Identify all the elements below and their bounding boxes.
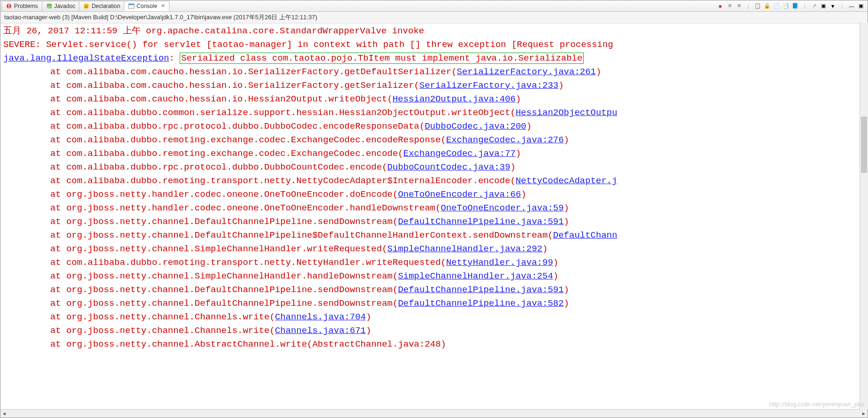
svg-text:D: D [85,5,88,9]
stack-trace-line: at com.alibaba.dubbo.rpc.protocol.dubbo.… [3,161,865,174]
source-link[interactable]: Channels.java:704 [275,312,366,322]
stack-trace-line: at com.alibaba.dubbo.remoting.exchange.c… [3,147,865,161]
tab-javadoc[interactable]: @ Javadoc [42,1,80,11]
horizontal-scrollbar[interactable]: ◄ ► [0,409,868,418]
scrollbar-thumb[interactable] [861,116,867,173]
process-description: taotao-manager-web (3) [Maven Build] D:\… [0,12,868,23]
source-link[interactable]: DefaultChannelPipeline.java:591 [398,217,563,227]
source-link[interactable]: SerializerFactory.java:261 [457,67,596,77]
source-link[interactable]: Hessian2ObjectOutpu [516,108,617,118]
remove-all-icon[interactable]: ✖ [735,2,743,10]
source-link[interactable]: DubboCountCodec.java:39 [387,162,510,172]
stack-trace-line: at com.alibaba.dubbo.remoting.transport.… [3,256,865,270]
stack-trace-line: at org.jboss.netty.channel.Channels.writ… [3,310,865,324]
source-link[interactable]: NettyCodecAdapter.j [516,176,617,186]
source-link[interactable]: Channels.java:671 [275,325,366,336]
remove-launch-icon[interactable]: ✖ [726,2,733,10]
source-link[interactable]: DefaultChann [553,230,617,240]
svg-rect-1 [8,4,9,7]
stack-trace-line: at com.alibaba.com.caucho.hessian.io.Hes… [3,93,865,106]
source-link[interactable]: SimpleChannelHandler.java:292 [387,244,542,254]
source-link[interactable]: NettyHandler.java:99 [446,257,553,268]
new-console-view-icon[interactable]: ▣ [820,2,827,10]
separator: | [801,2,808,10]
maximize-icon[interactable]: ▣ [857,2,865,10]
watermark-text: http://blog.csdn.net/yerenyuan_pku [769,401,864,408]
source-link[interactable]: SerializerFactory.java:233 [419,80,558,91]
javadoc-icon: @ [46,3,53,9]
vertical-scrollbar[interactable] [860,23,868,410]
declaration-icon: D [83,3,90,9]
source-link[interactable]: DefaultChannelPipeline.java:591 [398,285,563,295]
scroll-left-icon[interactable]: ◄ [0,411,8,416]
console-toolbar: ■ ✖ ✖ | 📋 🔒 📄 📑 📘 | ↗ ▣ ▼ | — ▣ [716,2,868,10]
svg-rect-2 [8,7,9,8]
source-link[interactable]: OneToOneEncoder.java:59 [441,203,563,213]
stack-trace-line: at org.jboss.netty.channel.Channels.writ… [3,324,865,338]
separator: | [838,2,846,10]
svg-rect-8 [129,4,134,5]
stack-trace-line: at org.jboss.netty.channel.DefaultChanne… [3,297,865,310]
log-line: java.lang.IllegalStateException: Seriali… [3,52,865,65]
tab-label: Declaration [91,3,120,9]
view-menu-icon[interactable]: ▼ [829,2,837,10]
minimize-icon[interactable]: — [848,2,855,10]
display-selected-console-icon[interactable]: 📑 [782,2,790,10]
problems-icon [6,3,12,9]
view-tab-bar: Problems @ Javadoc D Declaration Console… [0,0,868,12]
scroll-lock-icon[interactable]: 🔒 [763,2,771,10]
console-icon [128,3,135,9]
clear-console-icon[interactable]: 📄 [773,2,780,10]
source-link[interactable]: DubboCodec.java:200 [425,121,526,132]
source-link[interactable]: OneToOneEncoder.java:66 [398,189,521,200]
stack-trace-line: at com.alibaba.com.caucho.hessian.io.Ser… [3,65,865,79]
source-link[interactable]: SimpleChannelHandler.java:254 [398,271,553,281]
pin-console-icon[interactable]: ↗ [810,2,818,10]
stack-trace-line: at org.jboss.netty.handler.codec.oneone.… [3,188,865,201]
source-link[interactable]: ExchangeCodec.java:77 [404,148,516,159]
terminate-icon[interactable]: ■ [716,2,724,10]
stack-trace-line: at com.alibaba.com.caucho.hessian.io.Ser… [3,79,865,93]
tab-label: Console [137,3,157,9]
source-link[interactable]: Hessian2Output.java:406 [393,94,516,104]
stack-trace-line: at org.jboss.netty.handler.codec.oneone.… [3,201,865,215]
exception-link[interactable]: java.lang.IllegalStateException [3,53,169,63]
stack-trace-line: at com.alibaba.dubbo.remoting.transport.… [3,174,865,188]
stack-trace-line: at com.alibaba.dubbo.remoting.exchange.c… [3,133,865,147]
svg-text:@: @ [47,4,51,9]
console-output[interactable]: 五月 26, 2017 12:11:59 上午 org.apache.catal… [0,23,868,409]
clipboard-icon[interactable]: 📋 [754,2,761,10]
stack-trace-line: at org.jboss.netty.channel.SimpleChannel… [3,242,865,256]
close-icon[interactable]: ✕ [161,3,165,9]
log-line: SEVERE: Servlet.service() for servlet [t… [3,38,865,52]
stack-trace-line: at com.alibaba.dubbo.rpc.protocol.dubbo.… [3,120,865,133]
stack-trace-line: at com.alibaba.dubbo.common.serialize.su… [3,106,865,120]
scroll-right-icon[interactable]: ► [860,411,868,416]
stack-trace-line: at org.jboss.netty.channel.AbstractChann… [3,338,865,351]
log-line: 五月 26, 2017 12:11:59 上午 org.apache.catal… [3,24,865,38]
stack-trace-line: at org.jboss.netty.channel.DefaultChanne… [3,229,865,242]
stack-trace-line: at org.jboss.netty.channel.SimpleChannel… [3,270,865,283]
tab-console[interactable]: Console ✕ [124,1,169,11]
source-link[interactable]: ExchangeCodec.java:276 [446,135,564,145]
tab-label: Javadoc [54,3,76,9]
stack-trace-line: at org.jboss.netty.channel.DefaultChanne… [3,215,865,229]
stack-trace-line: at org.jboss.netty.channel.DefaultChanne… [3,283,865,297]
tab-label: Problems [14,3,38,9]
highlighted-message: Serialized class com.taotao.pojo.TbItem … [180,53,584,64]
tab-problems[interactable]: Problems [1,1,42,11]
open-console-icon[interactable]: 📘 [792,2,799,10]
source-link[interactable]: DefaultChannelPipeline.java:582 [398,298,563,309]
separator: | [745,2,752,10]
tab-declaration[interactable]: D Declaration [79,1,124,11]
